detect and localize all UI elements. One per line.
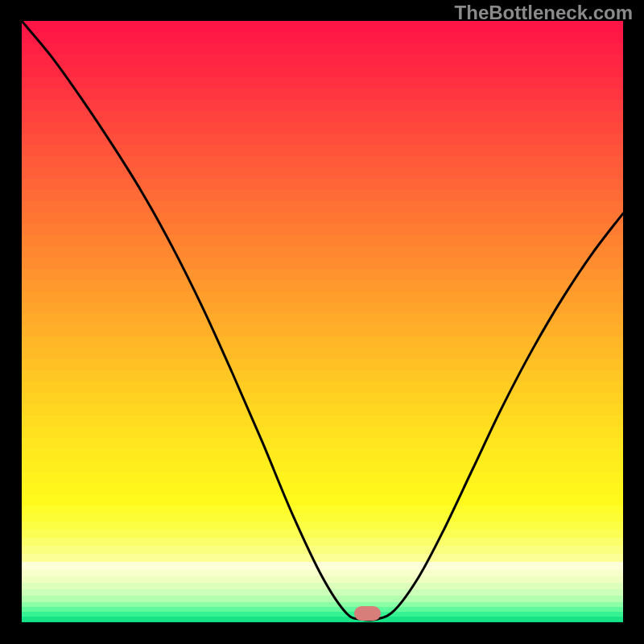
- chart-frame: TheBottleneck.com: [0, 0, 644, 644]
- plot-area: [22, 21, 623, 622]
- bottleneck-curve: [22, 21, 623, 622]
- optimum-marker: [354, 606, 381, 621]
